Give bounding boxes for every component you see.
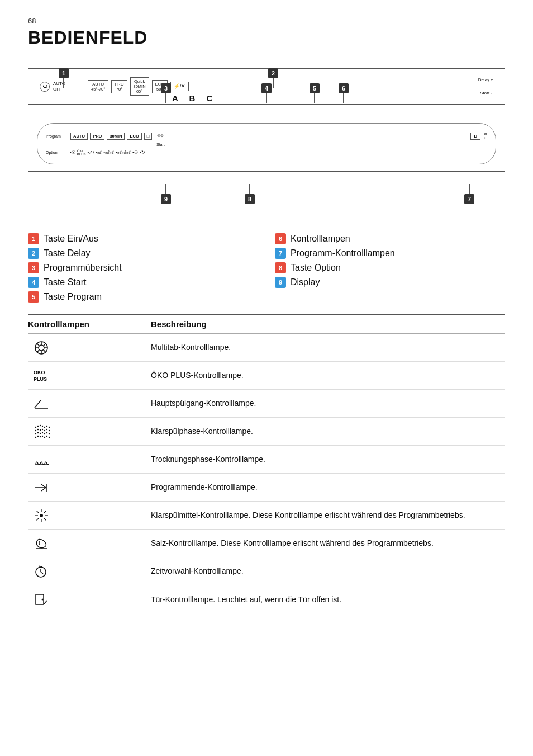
table-col2-header: Beschreibung: [151, 319, 505, 329]
icon-programmende: [28, 481, 151, 494]
svg-point-30: [44, 433, 45, 434]
item-7: 7 Programm-Kontrolllampen: [275, 248, 505, 259]
item-label-4: Taste Start: [44, 277, 86, 287]
svg-line-6: [37, 343, 39, 345]
svg-point-60: [42, 599, 44, 601]
table-row-hauptspuel: Hauptspülgang-Kontrolllampe.: [28, 390, 505, 418]
item-9: 9 Display: [275, 277, 505, 288]
svg-line-59: [44, 601, 47, 604]
svg-point-27: [37, 432, 39, 433]
svg-point-23: [44, 429, 45, 431]
desc-klarsphase: Klarspülphase-Kontrolllampe.: [151, 426, 505, 437]
item-1: 1 Taste Ein/Aus: [28, 233, 258, 244]
svg-point-25: [49, 429, 50, 431]
item-label-5: Taste Program: [44, 292, 102, 302]
svg-point-22: [42, 428, 43, 429]
page-number: 68: [28, 17, 505, 25]
desc-salz: Salz-Kontrolllampe. Diese Kontrolllampe …: [151, 537, 505, 549]
icon-tuer: [28, 592, 151, 607]
table-row-klarsphase: Klarspülphase-Kontrolllampe.: [28, 418, 505, 446]
table-row-zeitvorwahl: Zeitvorwahl-Kontrolllampe.: [28, 557, 505, 585]
svg-point-35: [40, 436, 41, 437]
desc-hauptspuel: Hauptspülgang-Kontrolllampe.: [151, 398, 505, 409]
svg-line-8: [44, 343, 46, 345]
power-button-icon: ⏻: [40, 82, 50, 92]
svg-line-7: [44, 349, 46, 352]
item-label-6: Kontrolllampen: [291, 234, 350, 244]
item-label-8: Taste Option: [291, 263, 341, 273]
callout-badge-4: 4: [261, 83, 272, 93]
svg-point-26: [35, 433, 36, 434]
svg-point-20: [37, 428, 39, 429]
svg-point-15: [42, 425, 43, 426]
table-col1-header: Kontrolllampen: [28, 319, 151, 329]
icon-klarsphase: [28, 424, 151, 440]
table-row-multitab: Multitab-Kontrolllampe.: [28, 334, 505, 362]
svg-point-1: [39, 345, 44, 351]
item-badge-6: 6: [275, 233, 286, 244]
svg-point-36: [42, 435, 43, 436]
icon-oko: ÖKOPLUS: [28, 368, 151, 382]
diagram-area: 1 2 ⏻ AUTOOFF AUTO45°-70° PRO70° Quick30…: [28, 68, 505, 172]
items-list: 1 Taste Ein/Aus 2 Taste Delay 3 Programm…: [28, 233, 505, 303]
callout-badge-9: 9: [161, 194, 171, 204]
svg-point-29: [42, 432, 43, 433]
svg-point-24: [46, 428, 47, 429]
kontrolllampen-table: Kontrolllampen Beschreibung Multitab-Kon…: [28, 314, 505, 613]
svg-point-38: [46, 435, 47, 436]
callout-badge-2: 2: [268, 68, 278, 78]
desc-programmende: Programmende-Kontrolllampe.: [151, 481, 505, 493]
svg-point-13: [37, 425, 39, 426]
icon-klarspuelmittel: [28, 508, 151, 523]
callout-badge-3: 3: [161, 83, 171, 93]
svg-point-16: [44, 426, 45, 427]
item-badge-9: 9: [275, 277, 286, 288]
table-row-trocknungsphase: Trocknungsphase-Kontrolllampe.: [28, 446, 505, 474]
table-header: Kontrolllampen Beschreibung: [28, 315, 505, 334]
bottom-panel: Program AUTO PRO 30MIN ECO □ ⑤⊙ D ar↓: [28, 116, 505, 172]
item-5: 5 Taste Program: [28, 291, 258, 303]
item-badge-3: 3: [28, 262, 39, 273]
item-badge-1: 1: [28, 233, 39, 244]
desc-zeitvorwahl: Zeitvorwahl-Kontrolllampe.: [151, 565, 505, 577]
table-row-programmende: Programmende-Kontrolllampe.: [28, 474, 505, 502]
callout-badge-7: 7: [464, 194, 474, 204]
item-badge-2: 2: [28, 248, 39, 259]
callout-badge-8: 8: [245, 194, 255, 204]
desc-oko: ÖKO PLUS-Kontrolllampe.: [151, 370, 505, 381]
svg-point-34: [37, 435, 39, 436]
icon-hauptspuel: [28, 398, 151, 410]
desc-klarspuelmittel: Klarspülmittel-Kontrolllampe. Diese Kont…: [151, 509, 505, 521]
item-6: 6 Kontrolllampen: [275, 233, 505, 244]
svg-line-10: [35, 400, 41, 408]
svg-point-19: [35, 429, 36, 431]
item-badge-8: 8: [275, 262, 286, 273]
page-title: BEDIENFELD: [28, 27, 505, 48]
abc-labels: A B C: [172, 93, 217, 103]
table-row-tuer: Tür-Kontrolllampe. Leuchtet auf, wenn di…: [28, 585, 505, 613]
item-badge-5: 5: [28, 291, 39, 303]
svg-line-55: [41, 572, 43, 574]
svg-line-49: [44, 518, 46, 520]
item-label-1: Taste Ein/Aus: [44, 234, 98, 244]
delay-start-text: Delay ⌐——Start ⌐: [478, 77, 493, 97]
table-row-klarspuelmittel: Klarspülmittel-Kontrolllampe. Diese Kont…: [28, 502, 505, 530]
icon-trocknungsphase: [28, 453, 151, 466]
svg-point-18: [49, 426, 50, 427]
callout-badge-5: 5: [310, 83, 320, 93]
svg-point-21: [40, 429, 41, 430]
item-badge-7: 7: [275, 248, 286, 259]
item-badge-4: 4: [28, 277, 39, 288]
svg-point-43: [40, 514, 43, 517]
svg-point-12: [35, 426, 36, 427]
icon-multitab: [28, 340, 151, 356]
svg-point-39: [49, 436, 50, 437]
table-row-salz: Salz-Kontrolllampe. Diese Kontrolllampe …: [28, 530, 505, 557]
svg-line-50: [44, 511, 46, 513]
svg-point-33: [35, 436, 36, 437]
item-label-9: Display: [291, 277, 320, 287]
svg-point-28: [40, 432, 41, 433]
callout-badge-1: 1: [59, 68, 69, 78]
svg-point-32: [49, 433, 50, 434]
item-label-2: Taste Delay: [44, 248, 91, 258]
